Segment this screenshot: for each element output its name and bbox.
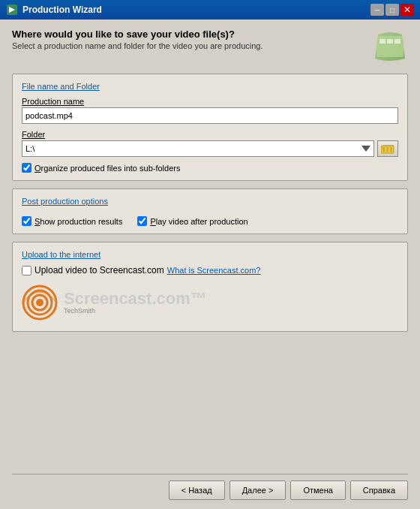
minimize-button[interactable]: ─ (370, 4, 384, 16)
play-video-checkbox[interactable] (137, 216, 147, 226)
main-content: Where would you like to save your video … (0, 20, 420, 509)
svg-rect-9 (390, 147, 392, 152)
upload-label-row: Upload video to Screencast.com What is S… (22, 265, 398, 276)
upload-section-label: Upload to the internet (22, 250, 398, 259)
play-video-row: Play video after production (137, 216, 248, 226)
file-name-section: File name and Folder Production name Fol… (12, 74, 408, 181)
post-production-row: Show production results Play video after… (22, 212, 398, 226)
maximize-button[interactable]: □ (386, 4, 399, 16)
title-bar: Production Wizard ─ □ ✕ (0, 0, 420, 20)
app-icon (6, 4, 18, 16)
screencast-brand: TechSmith (64, 307, 207, 315)
folder-row: L:\ (22, 140, 398, 157)
cancel-button[interactable]: Отмена (290, 480, 345, 500)
show-results-label[interactable]: Show production results (34, 217, 122, 226)
post-production-section: Post production options Show production … (12, 188, 408, 234)
screencast-logo-icon (22, 285, 58, 321)
show-results-checkbox[interactable] (22, 216, 32, 226)
header-section: Where would you like to save your video … (12, 29, 408, 65)
title-controls: ─ □ ✕ (370, 4, 414, 16)
svg-rect-8 (386, 147, 388, 152)
svg-rect-4 (387, 39, 393, 44)
spacer (12, 339, 408, 474)
svg-point-13 (36, 299, 44, 306)
production-name-group: Production name (22, 97, 398, 124)
production-name-label: Production name (22, 97, 398, 106)
folder-select[interactable]: L:\ (22, 140, 374, 157)
svg-rect-7 (382, 147, 385, 152)
show-results-row: Show production results (22, 216, 122, 226)
svg-rect-5 (394, 39, 400, 44)
post-production-label: Post production options (22, 197, 398, 206)
what-is-screencast-link[interactable]: What is Screencast.com? (167, 266, 261, 275)
header-text: Where would you like to save your video … (12, 29, 263, 50)
file-name-section-label: File name and Folder (22, 82, 398, 91)
back-button[interactable]: < Назад (169, 480, 225, 500)
play-video-label[interactable]: Play video after production (150, 217, 248, 226)
screencast-logo-area: Screencast.com™ TechSmith (22, 282, 398, 324)
folder-browse-button[interactable] (377, 140, 398, 157)
techsmith-label: TechSmith (64, 307, 95, 315)
title-text: Production Wizard (22, 5, 102, 15)
folder-browse-icon (381, 143, 394, 154)
folder-group: Folder L:\ (22, 130, 398, 157)
close-button[interactable]: ✕ (400, 4, 414, 16)
svg-rect-3 (380, 39, 386, 44)
next-button[interactable]: Далее > (230, 480, 286, 500)
help-button[interactable]: Справка (350, 480, 408, 500)
upload-section: Upload to the internet Upload video to S… (12, 242, 408, 332)
screencast-text-group: Screencast.com™ TechSmith (64, 291, 207, 315)
organize-checkbox-row: Organize produced files into sub-folders (22, 163, 398, 173)
header-description: Select a production name and folder for … (12, 41, 263, 50)
upload-screencast-checkbox[interactable] (22, 266, 32, 276)
bottom-bar: < Назад Далее > Отмена Справка (12, 474, 408, 500)
organize-label[interactable]: Organize produced files into sub-folders (34, 164, 180, 173)
header-question: Where would you like to save your video … (12, 29, 263, 40)
header-icon (372, 29, 408, 65)
production-name-input[interactable] (22, 107, 398, 124)
folder-label: Folder (22, 130, 398, 139)
organize-checkbox[interactable] (22, 163, 32, 173)
upload-screencast-label[interactable]: Upload video to Screencast.com (34, 265, 164, 276)
screencast-name: Screencast.com™ (64, 291, 207, 307)
